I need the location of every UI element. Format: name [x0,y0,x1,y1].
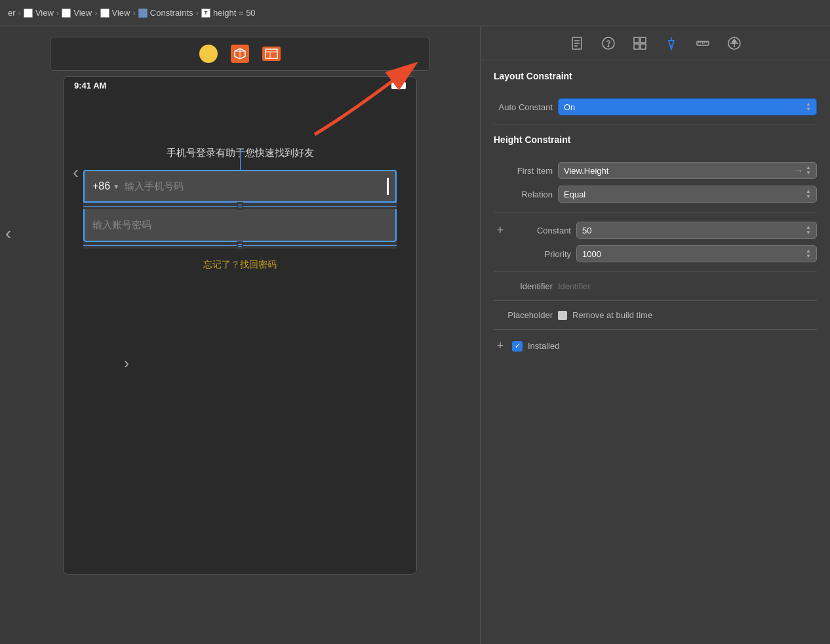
layout-constraint-section-header: Layout Constraint [494,71,817,89]
password-placeholder: 输入账号密码 [92,219,151,231]
auto-constant-label: Auto Constant [494,102,553,112]
file-icon[interactable] [569,35,585,51]
priority-stepper[interactable]: ▲ ▼ [806,249,811,259]
first-item-stepper[interactable]: ▲ ▼ [806,165,811,176]
phone-status-bar: 9:41 AM [64,77,416,94]
canvas-area: 9:41 AM ‹ 手机号登录有助于您快速找到好友 +86 ▼ [0,26,480,644]
breadcrumb-item-1[interactable]: View [24,8,54,18]
auto-constant-value: On [564,102,575,112]
toolbar-circle-icon [199,45,218,63]
inspector-panel: Layout Constraint Auto Constant On ▲ ▼ H… [481,60,830,644]
height-constraint-title: Height Constraint [494,134,570,145]
first-item-row: First Item View.Height → ▲ ▼ [494,162,817,179]
phone-frame: 9:41 AM ‹ 手机号登录有助于您快速找到好友 +86 ▼ [63,76,417,574]
text-field-icon: T [201,9,210,18]
password-input-field[interactable]: 输入账号密码 [83,209,397,242]
auto-constant-stepper[interactable]: ▲ ▼ [806,102,811,112]
placeholder-checkbox[interactable] [558,311,567,320]
breadcrumb-sep-1: › [56,8,59,18]
relation-row: Relation Equal ▲ ▼ [494,186,817,203]
country-code: +86 ▼ [92,180,119,192]
toolbar-strip [50,37,430,71]
divider-2 [494,212,817,212]
constraint-line-top [240,150,241,170]
help-icon[interactable] [601,35,616,51]
view-icon-0 [24,9,33,18]
height-constraint-section-header: Height Constraint [494,134,817,153]
canvas-back-nav[interactable]: ‹ [5,223,11,244]
svg-rect-15 [634,44,639,49]
svg-point-12 [608,45,609,47]
main-area: 9:41 AM ‹ 手机号登录有助于您快速找到好友 +86 ▼ [0,26,830,644]
divider-3 [494,272,817,272]
text-cursor [387,178,389,195]
identifier-input[interactable] [558,281,817,291]
divider-1 [494,125,817,125]
relation-stepper[interactable]: ▲ ▼ [806,189,811,199]
breadcrumb-label-3: View [112,8,130,18]
phone-placeholder: 输入手机号码 [125,180,184,193]
breadcrumb: er › View › View › View › Constraints › … [0,0,830,26]
battery-icon [391,82,406,89]
first-item-select[interactable]: View.Height → ▲ ▼ [558,162,817,179]
relation-value: Equal [564,190,585,199]
first-item-value: View.Height [564,166,608,176]
phone-content: 手机号登录有助于您快速找到好友 +86 ▼ 输入手机号码 [64,147,416,271]
svg-rect-3 [266,49,277,58]
priority-control[interactable]: 1000 ▲ ▼ [576,245,817,262]
divider-5 [494,329,817,330]
constant-row: + Constant 50 ▲ ▼ [494,222,817,239]
view-icon-2 [100,9,109,18]
relation-label: Relation [494,190,553,199]
right-panel: Layout Constraint Auto Constant On ▲ ▼ H… [480,26,830,644]
input-container: +86 ▼ 输入手机号码 = 输入账号密码 [83,170,397,249]
breadcrumb-label-4: Constraints [150,8,193,18]
ruler-icon[interactable] [695,35,711,51]
constant-stepper[interactable]: ▲ ▼ [806,225,811,235]
breadcrumb-sep-0: › [18,8,21,18]
breadcrumb-item-2[interactable]: View [62,8,92,18]
svg-marker-27 [732,39,736,42]
installed-text: Installed [528,341,559,351]
installed-plus-btn[interactable]: + [494,339,507,353]
breadcrumb-item-4[interactable]: Constraints [138,8,193,18]
installed-checkbox[interactable]: ✓ [512,341,523,352]
priority-label: Priority [512,249,571,259]
breadcrumb-item-5[interactable]: T height = 50 [201,8,256,18]
auto-constant-select[interactable]: On ▲ ▼ [558,98,817,115]
view-icon-1 [62,9,71,18]
identifier-label: Identifier [494,281,553,291]
breadcrumb-item-0[interactable]: er [8,8,16,18]
divider-4 [494,300,817,301]
breadcrumb-sep-2: › [94,8,97,18]
svg-rect-14 [641,37,646,43]
first-item-arrow-btn[interactable]: → [794,165,803,176]
grid-icon[interactable] [632,35,648,51]
constraint-equals-bottom: = [237,241,243,249]
breadcrumb-label-2: View [73,8,92,18]
constant-control[interactable]: 50 ▲ ▼ [576,222,817,239]
constant-value: 50 [582,226,591,235]
constraint-equals: = [237,202,243,210]
first-item-controls: → ▲ ▼ [794,165,811,176]
breadcrumb-label-1: View [35,8,54,18]
top-icons-bar [481,26,830,60]
relation-select[interactable]: Equal ▲ ▼ [558,186,817,203]
forgot-password[interactable]: 忘记了？找回密码 [77,259,403,271]
priority-value: 1000 [582,249,601,259]
breadcrumb-item-3[interactable]: View [100,8,130,18]
breadcrumb-label-0: er [8,8,16,18]
dropdown-arrow: ▼ [113,183,119,190]
toolbar-cube-icon [231,45,249,63]
priority-row: Priority 1000 ▲ ▼ [494,245,817,262]
constraint-pin-icon[interactable] [663,35,679,51]
constant-plus-btn[interactable]: + [494,224,507,237]
phone-input-field[interactable]: +86 ▼ 输入手机号码 [83,170,397,203]
placeholder-label: Placeholder [494,310,553,320]
navigate-icon[interactable] [726,35,742,51]
canvas-forward-nav[interactable]: › [124,354,129,372]
auto-constant-row: Auto Constant On ▲ ▼ [494,98,817,115]
svg-rect-16 [641,44,646,49]
breadcrumb-sep-3: › [132,8,135,18]
back-chevron[interactable]: ‹ [73,162,79,183]
